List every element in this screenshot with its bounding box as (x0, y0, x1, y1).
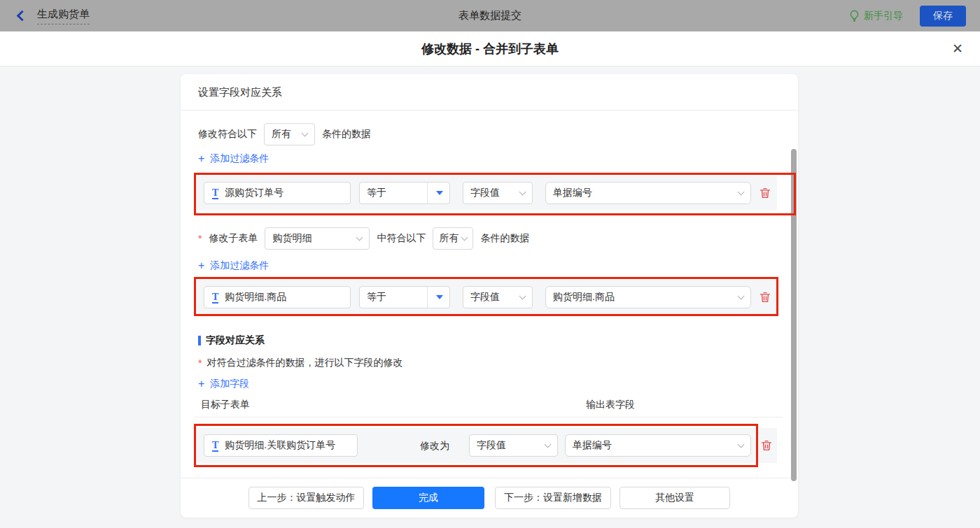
condition2-value-type-select[interactable]: 字段值 (463, 286, 533, 308)
add-filter-condition-link-1[interactable]: + 添加过滤条件 (198, 152, 269, 165)
caret-down-icon (436, 295, 443, 299)
chevron-down-icon (738, 293, 745, 300)
add-condition-label: 添加过滤条件 (210, 259, 269, 272)
condition1-field-name: 源购货订单号 (225, 187, 284, 199)
chevron-down-icon (545, 441, 552, 448)
chevron-down-icon (519, 293, 526, 300)
condition1-value-type-select[interactable]: 字段值 (463, 182, 533, 204)
mapping-field-name: 购货明细.关联购货订单号 (225, 439, 335, 452)
back-button[interactable]: 生成购货单 (14, 8, 90, 24)
value: 购货明细.商品 (553, 291, 615, 304)
main-filter-prefix: 修改符合以下 (198, 128, 257, 141)
match-mode-value: 所有 (272, 128, 291, 141)
add-filter-condition-link-2[interactable]: + 添加过滤条件 (198, 259, 269, 272)
panel-header: 设置字段对应关系 (181, 74, 798, 110)
required-mark: * (198, 357, 202, 369)
value: 单据编号 (573, 439, 612, 452)
plus-icon: + (198, 378, 204, 390)
lightbulb-icon (849, 10, 860, 22)
other-settings-button[interactable]: 其他设置 (620, 487, 730, 509)
beginner-guide-link[interactable]: 新手引导 (849, 10, 903, 22)
subform-select[interactable]: 购货明细 (265, 227, 370, 250)
delete-mapping-button[interactable] (760, 439, 773, 452)
mapping-row: T 购货明细.关联购货订单号 修改为 字段值 单据编号 (195, 428, 777, 463)
done-button[interactable]: 完成 (372, 487, 484, 509)
condition2-field-name: 购货明细.商品 (225, 291, 286, 304)
subform-filter-suffix: 条件的数据 (480, 232, 529, 245)
subform-filter-sentence: * 修改子表单 购货明细 中符合以下 所有 条件的数据 (198, 227, 529, 250)
divider (427, 287, 428, 308)
chevron-down-icon (519, 189, 526, 196)
mapping-value-select[interactable]: 单据编号 (565, 434, 751, 457)
main-filter-suffix: 条件的数据 (322, 128, 371, 141)
subform-filter-prefix: 修改子表单 (209, 232, 258, 245)
condition2-operator-select[interactable]: 等于 (359, 286, 450, 308)
field-mapping-description: * 对符合过滤条件的数据，进行以下字段的修改 (198, 357, 402, 369)
divider (427, 183, 428, 204)
guide-label: 新手引导 (864, 10, 903, 22)
caret-down-icon (436, 191, 443, 195)
prev-step-button[interactable]: 上一步：设置触发动作 (248, 487, 364, 509)
plus-icon: + (198, 260, 204, 271)
operator-value: 等于 (367, 291, 386, 304)
chevron-left-icon (17, 10, 28, 22)
field-mapping-section-title: 字段对应关系 (198, 334, 265, 347)
condition1-field-picker[interactable]: T 源购货订单号 (204, 182, 351, 204)
condition2-field-picker[interactable]: T 购货明细.商品 (204, 286, 351, 308)
subform-filter-middle: 中符合以下 (377, 232, 426, 245)
next-step-button[interactable]: 下一步：设置新增数据 (495, 487, 611, 509)
chevron-down-icon (302, 130, 309, 137)
section-title-text: 字段对应关系 (206, 334, 265, 347)
required-mark: * (198, 233, 202, 244)
text-field-icon: T (212, 292, 218, 304)
text-field-icon: T (212, 440, 218, 452)
divider (195, 417, 783, 418)
match-mode-value: 所有 (439, 232, 458, 245)
column-header-target: 目标子表单 (201, 399, 250, 411)
condition1-value-select[interactable]: 单据编号 (545, 182, 751, 204)
plus-icon: + (198, 153, 204, 164)
column-header-output: 输出表字段 (586, 399, 635, 411)
mapping-field-picker[interactable]: T 购货明细.关联购货订单号 (204, 434, 358, 457)
topbar-title: 表单数据提交 (0, 9, 980, 22)
value-type: 字段值 (470, 187, 500, 199)
back-label: 生成购货单 (37, 8, 90, 24)
trash-icon (759, 187, 771, 199)
text-field-icon: T (212, 187, 218, 199)
trash-icon (759, 291, 771, 304)
section-marker (198, 336, 201, 345)
subform-value: 购货明细 (272, 232, 312, 245)
value-type: 字段值 (477, 439, 506, 452)
value: 单据编号 (553, 187, 592, 199)
chevron-down-icon (356, 234, 363, 241)
dialog-body: 设置字段对应关系 修改符合以下 所有 条件的数据 + 添加过滤条件 T 源购货订… (0, 66, 980, 528)
main-filter-match-mode-select[interactable]: 所有 (264, 123, 315, 145)
close-icon[interactable]: ✕ (952, 40, 963, 58)
delete-condition-button[interactable] (759, 187, 771, 199)
dialog-title: 修改数据 - 合并到子表单 (421, 41, 559, 57)
condition-row-1: T 源购货订单号 等于 字段值 单据编号 (195, 176, 777, 211)
dialog-header: 修改数据 - 合并到子表单 ✕ (0, 31, 980, 66)
condition2-value-select[interactable]: 购货明细.商品 (545, 286, 751, 308)
add-field-link[interactable]: + 添加字段 (198, 378, 249, 390)
topbar: 生成购货单 表单数据提交 新手引导 保存 (0, 0, 980, 31)
value-type: 字段值 (470, 291, 500, 304)
description-text: 对符合过滤条件的数据，进行以下字段的修改 (206, 357, 402, 369)
main-filter-sentence: 修改符合以下 所有 条件的数据 (198, 123, 371, 145)
add-condition-label: 添加过滤条件 (210, 152, 269, 165)
chevron-down-icon (461, 234, 468, 241)
scrollbar-thumb[interactable] (791, 149, 797, 481)
settings-panel: 设置字段对应关系 修改符合以下 所有 条件的数据 + 添加过滤条件 T 源购货订… (181, 74, 798, 518)
operator-value: 等于 (367, 187, 386, 199)
condition-row-2: T 购货明细.商品 等于 字段值 购货明细.商品 (195, 280, 777, 315)
subform-match-mode-select[interactable]: 所有 (433, 227, 473, 250)
trash-icon (760, 439, 773, 452)
condition1-operator-select[interactable]: 等于 (359, 182, 450, 204)
delete-condition-button[interactable] (759, 291, 771, 304)
modify-to-label: 修改为 (420, 440, 449, 452)
mapping-value-type-select[interactable]: 字段值 (469, 434, 558, 457)
chevron-down-icon (738, 441, 745, 448)
save-button[interactable]: 保存 (920, 6, 966, 27)
chevron-down-icon (738, 189, 745, 196)
add-field-label: 添加字段 (210, 378, 249, 390)
